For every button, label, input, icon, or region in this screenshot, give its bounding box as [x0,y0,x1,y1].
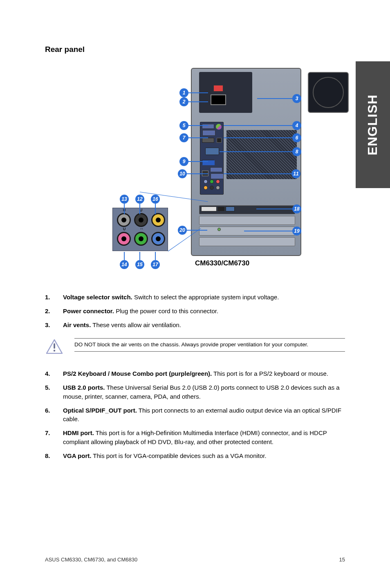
definition-item: 3. Air vents. These vents allow air vent… [45,321,345,330]
callout-14: 14 [120,252,129,269]
audio-jack-rear-icon [134,213,148,227]
definitions-list-1: 1. Voltage selector switch. Switch to se… [45,293,345,329]
warning-note: DO NOT block the air vents on the chassi… [45,337,345,355]
definition-item: 7. HDMI port. This port is for a High-De… [45,429,345,447]
rear-panel-diagram: ∪∪ ∪↔ 1 2 5 7 9 10 20 3 4 6 8 11 18 19 1… [81,68,309,268]
audio-jack-lineout-icon [134,232,148,246]
callout-19: 19 [244,227,301,236]
spdif-port-icon [217,138,222,143]
callout-15: 15 [135,252,144,269]
definition-item: 5. USB 2.0 ports. These Universal Serial… [45,383,345,401]
definition-item: 4. PS/2 Keyboard / Mouse Combo port (pur… [45,369,345,378]
gfx-hdmi-icon [218,207,224,211]
gfx-vga-icon [226,206,235,211]
callout-5: 5 [179,121,208,130]
note-text: DO NOT block the air vents on the chassi… [74,341,345,349]
callout-10: 10 [178,169,208,178]
callout-11: 11 [224,169,300,178]
callout-2: 2 [179,97,208,106]
definition-item: 2. Power connector. Plug the power cord … [45,307,345,316]
vga-port-icon [205,148,219,155]
definition-item: 1. Voltage selector switch. Switch to se… [45,293,345,302]
ps2-port-icon [216,124,222,130]
note-divider [74,351,345,352]
definitions-list-2: 4. PS/2 Keyboard / Mouse Combo port (pur… [45,369,345,460]
expansion-slot-4 [199,237,295,246]
callout-18: 18 [256,204,301,213]
expansion-slot-2 [199,216,295,225]
voltage-switch-icon [213,85,223,92]
callout-7: 7 [179,133,208,142]
svg-rect-1 [54,343,55,349]
page-footer: ASUS CM6330, CM6730, and CM6830 15 [45,557,345,563]
definition-item: 8. VGA port. This port is for VGA-compat… [45,451,345,460]
definition-item: 6. Optical S/PDIF_OUT port. This port co… [45,406,345,424]
audio-jack-mic-icon [117,232,131,246]
power-socket-icon [211,94,226,105]
wlan-antenna-icon [217,228,221,231]
footer-left: ASUS CM6330, CM6730, and CM6830 [45,557,137,563]
callout-6: 6 [224,133,301,142]
callout-4: 4 [224,121,301,130]
audio-jack-side-icon [117,213,131,227]
psu-fan-icon [308,72,349,113]
audio-jack-center-icon [151,213,165,227]
note-divider [74,338,345,339]
audio-jack-linein-icon [151,232,165,246]
callout-3: 3 [257,94,301,103]
section-title: Rear panel [45,45,345,54]
callout-8: 8 [220,147,301,156]
footer-page-number: 15 [339,557,345,563]
model-label: CM6330/CM6730 [195,259,249,267]
callout-1: 1 [179,88,208,97]
audio-jacks-icon [204,180,221,193]
svg-point-2 [54,350,55,352]
callout-9: 9 [179,157,208,166]
callout-12: 12 [135,195,144,214]
usb2-ports-bottom-icon [210,167,222,172]
callout-16: 16 [151,195,160,214]
callout-20: 20 [178,226,207,235]
callout-13: 13 [120,195,129,214]
dvi-port-icon [201,206,217,211]
callout-17: 17 [151,252,160,269]
warning-icon [46,339,63,355]
